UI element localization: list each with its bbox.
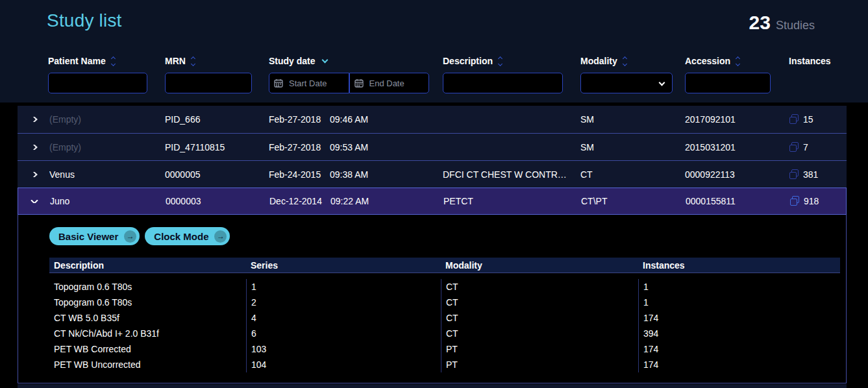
modality-cell: CT: [580, 169, 685, 180]
instances-cell: 381: [787, 169, 847, 180]
studylist-header: Study list 23 Studies Patient Name MRN S…: [0, 0, 868, 103]
collapse-chevron-icon[interactable]: [18, 200, 50, 203]
series-table: Description Series Modality Instances To…: [49, 258, 840, 372]
modality-select[interactable]: [580, 73, 673, 93]
modality-cell: SM: [580, 142, 685, 152]
study-count-label: Studies: [776, 19, 815, 32]
study-date-cell: Feb-24-201509:38 AM: [269, 169, 443, 180]
expand-chevron-icon[interactable]: [18, 145, 49, 150]
series-header-description: Description: [49, 260, 246, 271]
mrn-cell: PID_47110815: [165, 142, 269, 152]
sort-desc-icon: [321, 57, 328, 64]
instances-cell: 918: [788, 196, 846, 206]
chevron-down-icon: [659, 80, 665, 86]
patient-name-cell: Juno: [50, 196, 166, 206]
expand-chevron-icon[interactable]: [18, 117, 49, 122]
instances-copy-icon: [789, 142, 799, 152]
patient-name-cell: Venus: [49, 169, 165, 180]
filter-col-patient-name: Patient Name: [48, 56, 165, 93]
column-header-study-date[interactable]: Study date: [269, 56, 443, 66]
column-header-instances: Instances: [789, 56, 867, 66]
description-input[interactable]: [443, 73, 563, 93]
arrow-right-icon: →: [124, 230, 136, 243]
filter-col-instances: Instances: [789, 56, 867, 93]
filter-col-modality: Modality: [580, 56, 685, 93]
patient-name-cell: (Empty): [49, 142, 165, 152]
accession-cell: 2017092101: [685, 114, 787, 125]
study-row-venus[interactable]: Venus 0000005 Feb-24-201509:38 AM DFCI C…: [18, 160, 847, 188]
sort-icon: [112, 57, 115, 66]
column-header-patient-name[interactable]: Patient Name: [48, 56, 165, 66]
sort-icon: [192, 57, 195, 66]
accession-cell: 2015031201: [685, 142, 787, 152]
series-row: Topogram 0.6 T80s 2 CT 1: [49, 295, 840, 310]
study-row-juno-selected[interactable]: Juno 0000003 Dec-12-201409:22 AM PETCT C…: [18, 188, 847, 215]
instances-copy-icon: [789, 196, 800, 206]
modality-cell: SM: [580, 114, 685, 125]
date-range-picker: [269, 73, 429, 93]
description-cell: PETCT: [443, 196, 581, 206]
next-study-row-peek[interactable]: [18, 384, 847, 388]
page-title: Study list: [47, 10, 122, 31]
study-row-pid47110815[interactable]: (Empty) PID_47110815 Feb-27-201809:53 AM…: [18, 133, 847, 160]
series-row: PET WB Uncorrected 104 PT 174: [49, 357, 840, 372]
study-date-cell: Dec-12-201409:22 AM: [269, 196, 443, 206]
modality-cell: CT\PT: [581, 196, 686, 206]
series-table-header: Description Series Modality Instances: [49, 258, 840, 273]
study-count: 23 Studies: [749, 12, 815, 34]
study-count-number: 23: [749, 12, 771, 34]
sort-icon: [736, 57, 739, 66]
column-header-accession[interactable]: Accession: [685, 56, 789, 66]
filter-col-accession: Accession: [685, 56, 789, 93]
filter-col-mrn: MRN: [165, 56, 269, 93]
accession-cell: 0000922113: [685, 169, 787, 180]
series-row: CT WB 5.0 B35f 4 CT 174: [49, 310, 840, 326]
accession-input[interactable]: [685, 73, 771, 93]
instances-cell: 15: [787, 114, 847, 125]
patient-name-input[interactable]: [48, 73, 147, 93]
series-table-body: Topogram 0.6 T80s 1 CT 1 Topogram 0.6 T8…: [49, 279, 840, 372]
series-row: PET WB Corrected 103 PT 174: [49, 341, 840, 357]
column-header-description[interactable]: Description: [443, 56, 580, 66]
end-date-field: [349, 73, 430, 93]
study-date-cell: Feb-27-201809:46 AM: [269, 114, 443, 125]
instances-copy-icon: [789, 169, 799, 180]
end-date-input[interactable]: [349, 73, 430, 93]
mode-buttons: Basic Viewer → Clock Mode →: [49, 227, 846, 245]
sort-icon: [499, 57, 502, 66]
expanded-study-panel: Basic Viewer → Clock Mode → Description …: [18, 215, 847, 383]
instances-copy-icon: [789, 114, 799, 125]
start-date-input[interactable]: [269, 73, 349, 93]
study-date-cell: Feb-27-201809:53 AM: [269, 142, 443, 152]
sort-icon: [623, 57, 626, 66]
filter-col-description: Description: [443, 56, 580, 93]
clock-mode-button[interactable]: Clock Mode →: [145, 227, 230, 245]
mrn-cell: 0000005: [165, 169, 269, 180]
column-header-mrn[interactable]: MRN: [165, 56, 269, 66]
expand-chevron-icon[interactable]: [18, 172, 49, 177]
series-row: Topogram 0.6 T80s 1 CT 1: [49, 279, 840, 295]
description-cell: DFCI CT CHEST W CONTR…: [443, 169, 580, 180]
mrn-input[interactable]: [165, 73, 252, 93]
series-row: CT Nk/Ch/Abd I+ 2.0 B31f 6 CT 394: [49, 326, 840, 341]
column-header-modality[interactable]: Modality: [580, 56, 685, 66]
basic-viewer-button[interactable]: Basic Viewer →: [49, 227, 140, 245]
series-header-modality: Modality: [441, 260, 638, 271]
filter-bar: Patient Name MRN Study date: [48, 56, 867, 93]
accession-cell: 0000155811: [686, 196, 788, 206]
study-row-pid666[interactable]: (Empty) PID_666 Feb-27-201809:46 AM SM 2…: [18, 106, 847, 133]
filter-col-study-date: Study date: [269, 56, 443, 93]
study-table: (Empty) PID_666 Feb-27-201809:46 AM SM 2…: [18, 106, 847, 383]
patient-name-cell: (Empty): [49, 114, 165, 125]
mrn-cell: 0000003: [166, 196, 269, 206]
series-header-series: Series: [246, 260, 441, 271]
instances-cell: 7: [787, 142, 847, 152]
start-date-field: [269, 73, 349, 93]
series-header-instances: Instances: [638, 260, 840, 271]
mrn-cell: PID_666: [165, 114, 269, 125]
arrow-right-icon: →: [214, 230, 227, 243]
